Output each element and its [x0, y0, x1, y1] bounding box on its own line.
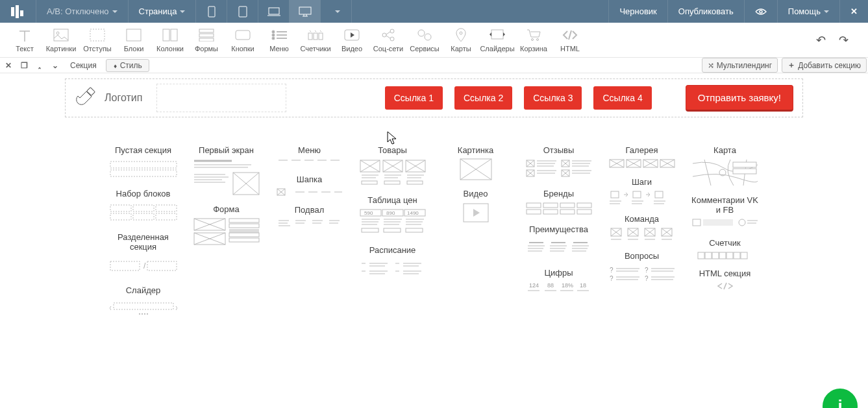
canvas-header-section[interactable]: Логотип Ссылка 1 Ссылка 2 Ссылка 3 Ссылк… [65, 78, 803, 117]
device-desktop[interactable] [290, 0, 321, 23]
svg-point-36 [390, 29, 394, 33]
page-dropdown[interactable]: Страница [129, 0, 197, 23]
svg-point-35 [382, 33, 386, 37]
tool-services[interactable]: Сервисы [406, 23, 443, 58]
svg-rect-19 [199, 34, 214, 37]
tpl-advantages[interactable]: Преимущества [523, 225, 595, 259]
svg-rect-139 [384, 228, 401, 232]
header-dropzone[interactable] [156, 84, 286, 112]
tpl-menu[interactable]: Меню [274, 146, 345, 166]
tpl-brands[interactable]: Бренды [523, 189, 595, 216]
svg-point-26 [273, 37, 275, 39]
tpl-comments[interactable]: Комментарии VK и FB [689, 196, 761, 230]
tool-social[interactable]: Соц-сети [370, 23, 406, 58]
svg-rect-258 [733, 169, 756, 174]
multilanding-button[interactable]: ⤭ Мультилендинг [702, 58, 778, 73]
section-label: Секция [65, 61, 102, 70]
device-mobile[interactable] [196, 0, 227, 23]
tool-blocks[interactable]: Блоки [116, 23, 152, 58]
tpl-reviews[interactable]: Отзывы [523, 146, 595, 180]
svg-text:890: 890 [386, 210, 395, 216]
undo-button[interactable]: ↶ [816, 33, 826, 47]
svg-rect-140 [406, 228, 423, 232]
svg-text:124: 124 [529, 282, 539, 289]
svg-rect-12 [54, 29, 68, 41]
svg-rect-52 [110, 213, 131, 220]
svg-point-11 [760, 10, 762, 13]
tpl-digits[interactable]: Цифры1248818%18 [523, 269, 595, 293]
tool-menu[interactable]: Меню [261, 23, 297, 58]
tpl-empty-section[interactable]: Пустая секция [108, 146, 179, 180]
tpl-questions[interactable]: Вопросы???? [606, 252, 678, 286]
tool-forms[interactable]: Формы [188, 23, 225, 58]
tool-sliders[interactable]: Слайдеры [479, 23, 515, 58]
tpl-image[interactable]: Картинка [440, 146, 512, 180]
svg-rect-220 [633, 191, 641, 198]
section-move-down[interactable]: ⌄ [49, 61, 61, 70]
tool-cart[interactable]: Корзина [515, 23, 552, 58]
svg-rect-260 [703, 219, 733, 226]
nav-link-3[interactable]: Ссылка 3 [524, 86, 582, 110]
tpl-steps[interactable]: Шаги [606, 178, 678, 206]
svg-rect-46 [87, 88, 95, 96]
tpl-gallery[interactable]: Галерея [606, 146, 678, 169]
device-laptop[interactable] [258, 0, 290, 23]
ab-toggle[interactable]: A/B: Отключено [36, 0, 129, 23]
tool-margins[interactable]: Отступы [79, 23, 116, 58]
tpl-footer[interactable]: Подвал [274, 206, 345, 231]
tpl-map[interactable]: Карта [689, 146, 761, 187]
tpl-video[interactable]: Видео [440, 189, 512, 224]
draft-label: Черновик [619, 6, 656, 16]
section-move-up[interactable]: ꞈ [34, 61, 45, 70]
redo-button[interactable]: ↷ [839, 33, 849, 47]
tool-text[interactable]: Текст [6, 23, 43, 58]
svg-point-59 [139, 313, 140, 315]
preview-button[interactable] [744, 0, 777, 23]
svg-rect-180 [543, 203, 558, 208]
help-dropdown[interactable]: Помощь [777, 0, 839, 23]
tpl-html-section[interactable]: HTML секция [689, 269, 761, 291]
nav-link-1[interactable]: Ссылка 1 [385, 86, 443, 110]
svg-text:?: ? [610, 275, 614, 282]
tpl-counter[interactable]: Счетчик [689, 239, 761, 260]
draft-status[interactable]: Черновик [608, 0, 667, 23]
svg-rect-51 [156, 205, 177, 211]
style-button[interactable]: ⬧ Стиль [106, 59, 149, 72]
tool-counters[interactable]: Счетчики [297, 23, 334, 58]
cta-button[interactable]: Отправить заявку! [686, 85, 793, 112]
tpl-slider[interactable]: Слайдер [108, 286, 179, 320]
section-templates-grid: Пустая секция Набор блоков Разделенная с… [123, 146, 746, 320]
tool-columns[interactable]: Колонки [152, 23, 188, 58]
close-button[interactable]: ✕ [839, 0, 868, 23]
section-close[interactable]: ✕ [3, 61, 14, 70]
app-logo[interactable] [0, 0, 36, 23]
tool-buttons[interactable]: Кнопки [225, 23, 261, 58]
svg-line-31 [310, 30, 311, 32]
add-section-button[interactable]: ＋ Добавить секцию [782, 58, 867, 73]
svg-rect-219 [611, 191, 619, 198]
tool-html[interactable]: HTML [552, 23, 588, 58]
tpl-form[interactable]: Форма [191, 205, 262, 246]
svg-rect-20 [199, 38, 214, 42]
nav-link-2[interactable]: Ссылка 2 [454, 86, 512, 110]
tpl-header[interactable]: Шапка [274, 175, 345, 197]
tpl-team[interactable]: Команда [606, 215, 678, 243]
tpl-schedule[interactable]: Расписание [357, 246, 428, 280]
logo-placeholder[interactable]: Логотип [75, 86, 142, 110]
tool-images[interactable]: Картинки [43, 23, 79, 58]
help-fab[interactable]: i [823, 389, 858, 408]
publish-button[interactable]: Опубликовать [667, 0, 744, 23]
tpl-first-screen[interactable]: Первый экран [191, 146, 262, 196]
device-more[interactable] [321, 0, 352, 23]
nav-link-4[interactable]: Ссылка 4 [593, 86, 651, 110]
tpl-products[interactable]: Товары [357, 146, 428, 187]
tool-video[interactable]: Видео [334, 23, 370, 58]
tpl-block-set[interactable]: Набор блоков [108, 189, 179, 224]
tpl-split-section[interactable]: Разделенная секция/ [108, 233, 179, 277]
svg-rect-186 [577, 210, 591, 214]
section-copy[interactable]: ❐ [18, 61, 30, 70]
svg-rect-50 [133, 205, 154, 211]
device-tablet[interactable] [227, 0, 258, 23]
tool-maps[interactable]: Карты [443, 23, 479, 58]
tpl-price-table[interactable]: Таблица цен5908901490 [357, 196, 428, 237]
